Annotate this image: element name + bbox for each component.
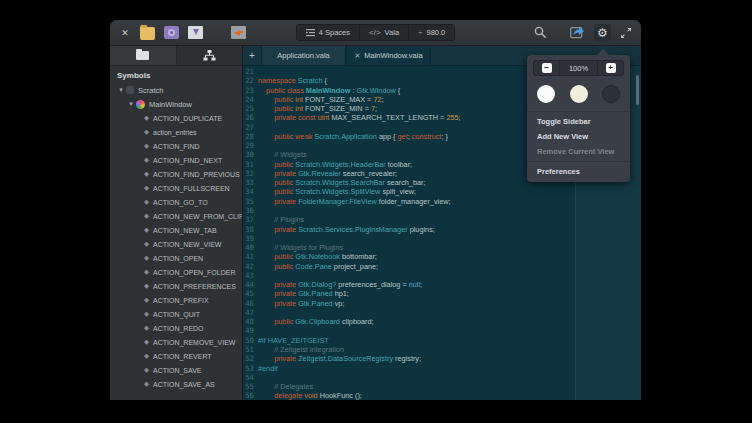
- symbol-diamond-icon: ◆: [144, 142, 149, 150]
- tab-close-icon[interactable]: ✕: [354, 52, 360, 60]
- indent-icon: [306, 29, 315, 37]
- symbol-item[interactable]: ◆ACTION_REMOVE_VIEW: [110, 335, 242, 349]
- zoom-out-button[interactable]: −: [534, 61, 560, 75]
- symbol-diamond-icon: ◆: [144, 198, 149, 206]
- code-line: 45 private Gtk.Paned hp1;: [243, 289, 641, 298]
- style-scheme-dark[interactable]: [602, 85, 620, 103]
- templates-icon[interactable]: [164, 26, 179, 39]
- popover-arrow: [597, 49, 609, 55]
- menu-item-preferences[interactable]: Preferences: [527, 164, 630, 179]
- line-number: 26: [243, 113, 258, 122]
- headerbar: ✕ 4 Spaces: [110, 20, 641, 46]
- symbol-diamond-icon: ◆: [144, 268, 149, 276]
- symbol-diamond-icon: ◆: [144, 212, 149, 220]
- tree-item-class[interactable]: ▾ MainWindow: [110, 97, 242, 111]
- expander-icon[interactable]: ▾: [126, 100, 136, 108]
- symbol-label: ACTION_NEW_TAB: [153, 227, 217, 234]
- window-close-button[interactable]: ✕: [119, 28, 131, 38]
- goto-line-button[interactable]: ÷ 980.0: [409, 25, 454, 40]
- gear-glyph: ⚙: [597, 27, 608, 39]
- code-line: 56 delegate void HookFunc ();: [243, 391, 641, 400]
- tree-label: Scratch: [138, 86, 163, 95]
- line-number: 56: [243, 391, 258, 400]
- symbol-item[interactable]: ◆ACTION_REDO: [110, 321, 242, 335]
- tree-label: MainWindow: [149, 100, 192, 109]
- symbol-label: ACTION_PREFERENCES: [153, 283, 236, 290]
- style-scheme-sepia[interactable]: [570, 85, 588, 103]
- symbol-item[interactable]: ◆ACTION_FIND: [110, 139, 242, 153]
- symbol-item[interactable]: ◆ACTION_DUPLICATE: [110, 111, 242, 125]
- code-text: // Delegates: [258, 382, 313, 391]
- fullscreen-icon[interactable]: [620, 27, 632, 39]
- symbol-item[interactable]: ◆ACTION_FULLSCREEN: [110, 181, 242, 195]
- code-text: public Scratch.Widgets.SplitView split_v…: [258, 187, 416, 196]
- symbol-item[interactable]: ◆ACTION_PREFERENCES: [110, 279, 242, 293]
- line-number: 33: [243, 178, 258, 187]
- editor-scrollbar[interactable]: [636, 75, 639, 105]
- symbol-label: ACTION_REDO: [153, 325, 204, 332]
- line-number: 24: [243, 95, 258, 104]
- save-as-icon[interactable]: [231, 26, 246, 39]
- code-line: 43: [243, 271, 641, 280]
- symbol-diamond-icon: ◆: [144, 338, 149, 346]
- code-line: 44 private Gtk.Dialog? preferences_dialo…: [243, 280, 641, 289]
- code-line: 38 private Scratch.Services.PluginsManag…: [243, 225, 641, 234]
- indent-width-button[interactable]: 4 Spaces: [297, 25, 360, 40]
- symbol-item[interactable]: ◆action_entries: [110, 125, 242, 139]
- tab-label: MainWindow.vala: [364, 51, 422, 60]
- line-number: 25: [243, 104, 258, 113]
- code-text: // Widgets for Plugins: [258, 243, 343, 252]
- symbol-item[interactable]: ◆ACTION_SAVE: [110, 363, 242, 377]
- symbol-item[interactable]: ◆ACTION_NEW_VIEW: [110, 237, 242, 251]
- symbol-diamond-icon: ◆: [144, 366, 149, 374]
- symbol-label: ACTION_NEW_VIEW: [153, 241, 221, 248]
- symbol-item[interactable]: ◆ACTION_QUIT: [110, 307, 242, 321]
- share-icon[interactable]: [570, 26, 585, 39]
- symbol-item[interactable]: ◆ACTION_PREFIX: [110, 293, 242, 307]
- code-line: 34 public Scratch.Widgets.SplitView spli…: [243, 187, 641, 196]
- symbol-item[interactable]: ◆ACTION_FIND_PREVIOUS: [110, 167, 242, 181]
- search-icon[interactable]: [534, 26, 547, 39]
- code-text: public Gtk.Notebook bottombar;: [258, 252, 377, 261]
- tab-Application.vala[interactable]: Application.vala: [261, 46, 346, 65]
- symbol-item[interactable]: ◆ACTION_OPEN_FOLDER: [110, 265, 242, 279]
- symbol-label: ACTION_SAVE_AS: [153, 381, 215, 388]
- line-number: 51: [243, 345, 258, 354]
- symbol-item[interactable]: ◆ACTION_SAVE_AS: [110, 377, 242, 391]
- settings-gear-icon[interactable]: ⚙: [594, 24, 611, 41]
- line-number: 39: [243, 234, 258, 243]
- zoom-in-button[interactable]: +: [597, 61, 623, 75]
- style-scheme-light[interactable]: [537, 85, 555, 103]
- tree-item-namespace[interactable]: ▾ Scratch: [110, 83, 242, 97]
- symbols-title: Symbols: [110, 69, 242, 83]
- sidebar-tab-files[interactable]: [110, 46, 177, 65]
- symbol-item[interactable]: ◆ACTION_FIND_NEXT: [110, 153, 242, 167]
- line-number: 42: [243, 262, 258, 271]
- symbol-item[interactable]: ◆ACTION_OPEN: [110, 251, 242, 265]
- symbol-item[interactable]: ◆ACTION_NEW_FROM_CLIPBOARD: [110, 209, 242, 223]
- new-tab-button[interactable]: +: [243, 46, 261, 65]
- symbol-item[interactable]: ◆ACTION_GO_TO: [110, 195, 242, 209]
- code-text: public Gtk.Clipboard clipboard;: [258, 317, 374, 326]
- expander-icon[interactable]: ▾: [116, 86, 126, 94]
- tab-MainWindow.vala[interactable]: ✕MainWindow.vala: [346, 46, 431, 65]
- indent-width-label: 4 Spaces: [319, 28, 350, 37]
- tabs: Application.vala✕MainWindow.vala: [261, 46, 431, 65]
- language-button[interactable]: </> Vala: [360, 25, 409, 40]
- symbol-label: ACTION_NEW_FROM_CLIPBOARD: [153, 213, 242, 220]
- symbol-diamond-icon: ◆: [144, 254, 149, 262]
- code-text: private Gtk.Paned hp1;: [258, 289, 349, 298]
- menu-item-toggle-sidebar[interactable]: Toggle Sidebar: [527, 114, 630, 129]
- line-number: 43: [243, 271, 258, 280]
- code-text: #if HAVE_ZEITGEIST: [258, 336, 329, 345]
- open-document-icon[interactable]: [188, 26, 203, 39]
- open-file-icon[interactable]: [140, 27, 155, 40]
- code-line: 39: [243, 234, 641, 243]
- line-number: 36: [243, 206, 258, 215]
- symbol-item[interactable]: ◆ACTION_REVERT: [110, 349, 242, 363]
- sidebar-tab-symbols[interactable]: [177, 46, 243, 65]
- menu-item-add-new-view[interactable]: Add New View: [527, 129, 630, 144]
- code-text: private Gtk.Dialog? preferences_dialog =…: [258, 280, 422, 289]
- zoom-controls: − 100% +: [533, 60, 624, 76]
- symbol-item[interactable]: ◆ACTION_NEW_TAB: [110, 223, 242, 237]
